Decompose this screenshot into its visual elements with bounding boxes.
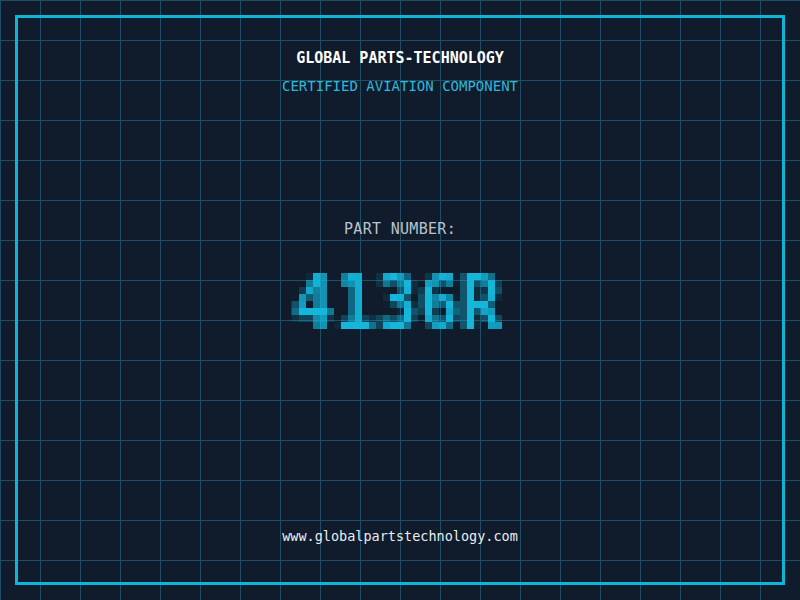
certification-subtitle: CERTIFIED AVIATION COMPONENT (0, 78, 800, 94)
part-number-display (292, 259, 509, 343)
company-title: GLOBAL PARTS-TECHNOLOGY (0, 49, 800, 67)
blueprint-grid-background: GLOBAL PARTS-TECHNOLOGY CERTIFIED AVIATI… (0, 0, 800, 600)
part-number-label: PART NUMBER: (0, 220, 800, 238)
website-url: www.globalpartstechnology.com (0, 528, 800, 544)
